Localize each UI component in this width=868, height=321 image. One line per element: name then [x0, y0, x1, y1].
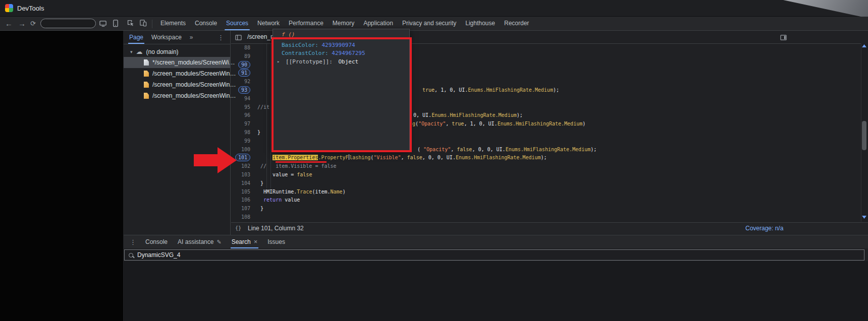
drawer-tab-console[interactable]: Console: [140, 235, 173, 248]
navigator-tab-page[interactable]: Page: [129, 31, 143, 44]
file-tree-root[interactable]: ▾ ☁ (no domain): [124, 46, 230, 57]
tab-privacy-and-security[interactable]: Privacy and security: [398, 17, 461, 30]
line-number-gutter[interactable]: 91: [231, 69, 254, 78]
expand-prototype-icon[interactable]: ▸: [277, 59, 280, 64]
close-search-tab-icon[interactable]: ×: [254, 235, 258, 248]
code-token: Enums.HmiFlashingRate.Medium: [456, 155, 541, 160]
editor-file-tab[interactable]: /screen_m: [247, 31, 276, 43]
line-number-gutter[interactable]: 98: [231, 129, 254, 137]
pretty-print-icon[interactable]: {}: [235, 223, 241, 234]
reload-icon[interactable]: ⟳: [30, 17, 36, 31]
ai-assistance-icon: ✎: [216, 235, 221, 248]
tab-console[interactable]: Console: [190, 17, 222, 30]
line-number-gutter[interactable]: 108: [231, 213, 254, 222]
code-token: , 1, 0, UI.: [435, 87, 468, 93]
code-token: , 0, 0, UI.: [422, 155, 456, 160]
line-number-gutter[interactable]: 94: [231, 95, 254, 103]
address-input[interactable]: [40, 19, 96, 28]
function-signature: f (): [282, 31, 295, 38]
tab-performance[interactable]: Performance: [284, 17, 328, 30]
code-line-text[interactable]: HMIRuntime.Trace(item.Name): [254, 188, 861, 197]
code-token: true: [452, 121, 464, 126]
drawer-tab-search[interactable]: Search×: [227, 235, 263, 248]
code-line-text[interactable]: value = false: [254, 171, 861, 179]
code-token: }: [254, 206, 263, 211]
tab-recorder[interactable]: Recorder: [500, 17, 533, 30]
expand-triangle-icon[interactable]: ▾: [130, 49, 133, 54]
file-tree-item[interactable]: /screen_modules/ScreenWin…: [124, 79, 230, 90]
drawer-kebab-icon[interactable]: ⋮: [130, 238, 136, 246]
file-tree: ▾ ☁ (no domain) */screen_modules/ScreenW…: [124, 46, 230, 101]
line-number-gutter[interactable]: 99: [231, 137, 254, 146]
code-token: Name: [331, 189, 343, 195]
tab-memory[interactable]: Memory: [328, 17, 359, 30]
code-token: }: [254, 130, 260, 135]
toggle-debugger-sidebar-icon[interactable]: [780, 34, 787, 43]
navigator-editor-divider[interactable]: [230, 31, 231, 235]
line-number-gutter[interactable]: 107: [231, 205, 254, 213]
drawer-tab-ai-assistance[interactable]: AI assistance✎: [173, 235, 227, 248]
line-number-gutter[interactable]: 95: [231, 103, 254, 112]
line-number-gutter[interactable]: 101: [231, 154, 254, 162]
devtools-logo-icon: [5, 4, 13, 12]
search-icon: [129, 253, 133, 258]
property-name: BasicColor:: [282, 42, 321, 48]
code-token: (: [417, 147, 423, 152]
line-number-gutter[interactable]: 106: [231, 196, 254, 205]
code-line: 104 }: [231, 179, 861, 188]
code-token: ): [582, 121, 585, 126]
code-line-text[interactable]: // item.Visible = false: [254, 162, 861, 171]
code-line-text[interactable]: item.Properties.PropertyFlashing("Visibl…: [254, 154, 861, 162]
scrollbar-thumb[interactable]: [862, 121, 866, 150]
tab-application[interactable]: Application: [359, 17, 398, 30]
line-number-gutter[interactable]: 102: [231, 162, 254, 171]
navigator-header: PageWorkspace » ⋮: [124, 31, 230, 44]
forward-icon[interactable]: →: [18, 17, 26, 31]
line-number-gutter[interactable]: 92: [231, 78, 254, 86]
window-title: DevTools: [17, 5, 44, 12]
tab-lighthouse[interactable]: Lighthouse: [461, 17, 500, 30]
remote-device-icon[interactable]: [113, 20, 119, 29]
line-number-gutter[interactable]: 88: [231, 44, 254, 52]
line-number-gutter[interactable]: 89: [231, 52, 254, 61]
file-icon: [144, 59, 149, 66]
tab-network[interactable]: Network: [253, 17, 284, 30]
search-input[interactable]: [137, 251, 860, 259]
line-number-gutter[interactable]: 100: [231, 146, 254, 154]
code-token: lashing: [349, 155, 370, 160]
navigator-tab-workspace[interactable]: Workspace: [151, 31, 182, 44]
file-tree-items: */screen_modules/ScreenWi…/screen_module…: [124, 57, 230, 101]
coverage-link[interactable]: Coverage: n/a: [745, 223, 783, 234]
file-tree-item[interactable]: /screen_modules/ScreenWin…: [124, 90, 230, 101]
file-icon: [144, 71, 149, 77]
code-token: ): [343, 189, 346, 195]
line-number-gutter[interactable]: 103: [231, 171, 254, 179]
file-tree-item[interactable]: /screen_modules/ScreenWin…: [124, 68, 230, 79]
code-line-text[interactable]: return value: [254, 196, 861, 205]
inspect-element-icon[interactable]: [127, 19, 134, 29]
line-number-gutter[interactable]: 97: [231, 120, 254, 129]
tab-elements[interactable]: Elements: [156, 17, 190, 30]
code-line-text[interactable]: }: [254, 205, 861, 213]
screencast-icon[interactable]: [99, 20, 107, 29]
navigator-kebab-icon[interactable]: ⋮: [218, 34, 224, 41]
line-number-gutter[interactable]: 93: [231, 86, 254, 95]
tab-sources[interactable]: Sources: [222, 17, 253, 30]
devtools-window: DevTools ← → ⟳ ElementsConsoleSourcesNet…: [0, 0, 868, 321]
line-number-gutter[interactable]: 104: [231, 179, 254, 188]
drawer-tab-issues[interactable]: Issues: [262, 235, 290, 248]
file-label: /screen_modules/ScreenWin…: [152, 92, 236, 99]
code-line-text[interactable]: }: [254, 179, 861, 188]
back-icon[interactable]: ←: [5, 17, 13, 31]
line-number-gutter[interactable]: 90: [231, 61, 254, 70]
code-token: false: [297, 172, 312, 177]
toggle-navigator-icon[interactable]: [235, 34, 242, 43]
code-token: ,: [446, 121, 452, 126]
line-number-gutter[interactable]: 105: [231, 188, 254, 197]
device-toolbar-icon[interactable]: [139, 19, 147, 29]
code-token: ,: [401, 155, 407, 160]
code-line-text[interactable]: [254, 213, 861, 222]
more-tabs-chevron-icon[interactable]: »: [190, 34, 193, 41]
file-tree-item[interactable]: */screen_modules/ScreenWi…: [124, 57, 230, 68]
line-number-gutter[interactable]: 96: [231, 111, 254, 120]
